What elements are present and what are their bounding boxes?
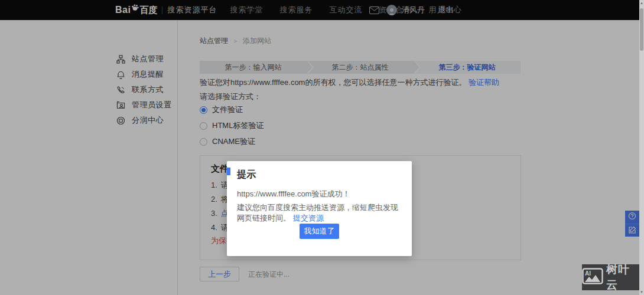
scrollbar-down-arrow-icon[interactable]: ▼ xyxy=(639,290,644,294)
notice-modal: 提示 https://www.ffffee.com验证成功！ 建议您向百度搜索主… xyxy=(227,161,412,256)
submit-resource-link[interactable]: 提交资源 xyxy=(293,214,324,222)
scrollbar-thumb[interactable] xyxy=(640,8,643,51)
blue-fragment xyxy=(227,168,230,175)
modal-title: 提示 xyxy=(237,169,256,181)
watermark-image-icon: AI xyxy=(582,268,603,287)
svg-text:AI: AI xyxy=(585,270,591,277)
browser-scrollbar[interactable]: ▲ ▼ xyxy=(639,0,644,295)
verify-success-text: https://www.ffffee.com验证成功！ xyxy=(237,189,350,199)
watermark-brand-text: 树叶云 xyxy=(606,262,639,293)
confirm-button[interactable]: 我知道了 xyxy=(300,224,339,239)
watermark: AI 树叶云 xyxy=(582,264,639,290)
advice-text: 建议您向百度搜索主动推送资源，缩短爬虫发现网页链接时间。 提交资源 xyxy=(237,202,405,224)
scrollbar-up-arrow-icon[interactable]: ▲ xyxy=(639,1,644,5)
